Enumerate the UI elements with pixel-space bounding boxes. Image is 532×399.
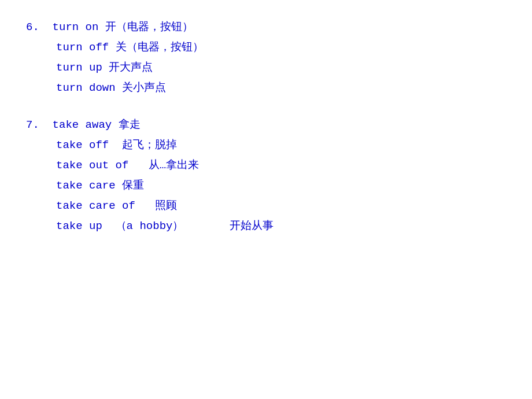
list-item: take off 起飞；脱掉 xyxy=(26,135,506,156)
chinese-meaning: 拿走 xyxy=(112,115,140,135)
chinese-meaning: 保重 xyxy=(116,176,144,196)
english-phrase: take away xyxy=(53,115,112,135)
english-phrase: turn on xyxy=(53,17,99,38)
chinese-meaning: 照顾 xyxy=(135,196,177,216)
list-item: take up （a hobby） 开始从事 xyxy=(26,216,506,237)
english-phrase: take up （a hobby） xyxy=(56,216,183,237)
list-item: take care of 照顾 xyxy=(26,196,506,216)
list-item: 7. take away 拿走 xyxy=(26,115,506,135)
section-number: 6. xyxy=(26,17,53,38)
english-phrase: turn up xyxy=(56,58,102,78)
english-phrase: take out of xyxy=(56,156,128,176)
list-item: turn down 关小声点 xyxy=(26,78,506,98)
chinese-meaning: 起飞；脱掉 xyxy=(109,135,177,156)
english-phrase: take care of xyxy=(56,196,135,216)
chinese-meaning: 开始从事 xyxy=(183,216,274,237)
list-item: turn up 开大声点 xyxy=(26,58,506,78)
section-2: 7. take away 拿走take off 起飞；脱掉take out of… xyxy=(26,115,506,237)
english-phrase: turn down xyxy=(56,78,116,98)
chinese-meaning: 开大声点 xyxy=(102,58,153,78)
chinese-meaning: 关小声点 xyxy=(116,78,166,98)
english-phrase: take care xyxy=(56,176,116,196)
section-number: 7. xyxy=(26,115,53,135)
list-item: take care 保重 xyxy=(26,176,506,196)
list-item: 6. turn on 开（电器，按钮） xyxy=(26,17,506,38)
chinese-meaning: 关（电器，按钮） xyxy=(109,38,203,58)
english-phrase: turn off xyxy=(56,38,109,58)
english-phrase: take off xyxy=(56,135,109,156)
section-1: 6. turn on 开（电器，按钮）turn off 关（电器，按钮）turn… xyxy=(26,17,506,99)
list-item: take out of 从…拿出来 xyxy=(26,156,506,176)
chinese-meaning: 从…拿出来 xyxy=(128,156,199,176)
list-item: turn off 关（电器，按钮） xyxy=(26,38,506,58)
chinese-meaning: 开（电器，按钮） xyxy=(98,17,193,38)
main-content: 6. turn on 开（电器，按钮）turn off 关（电器，按钮）turn… xyxy=(0,0,532,270)
